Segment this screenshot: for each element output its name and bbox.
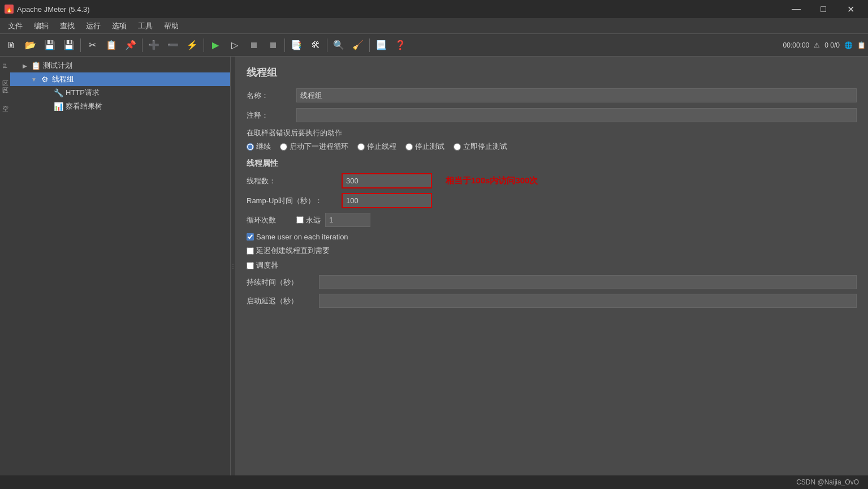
- tree-panel: ▶ 📋 测试计划 ▼ ⚙ 线程组 🔧 HTTP请求: [10, 57, 231, 475]
- annotation-text: 相当于100s内访问300次: [446, 175, 538, 186]
- menu-edit[interactable]: 编辑: [28, 19, 54, 33]
- start-delay-input[interactable]: [319, 294, 857, 308]
- same-user-label: Same user on each iteration: [256, 233, 348, 241]
- toolbar-stop[interactable]: ⏹: [245, 36, 263, 54]
- credit-text: CSDN @Naijia_OvO: [796, 478, 859, 486]
- duration-input[interactable]: [319, 275, 857, 289]
- toolbar-expand[interactable]: ➕: [145, 36, 163, 54]
- forever-checkbox[interactable]: [296, 216, 304, 224]
- toolbar-start[interactable]: ▶: [206, 36, 224, 54]
- app-icon: 🔥: [5, 5, 14, 14]
- test-plan-icon: 📋: [31, 61, 41, 70]
- scheduler-checkbox[interactable]: [247, 262, 254, 269]
- maximize-button[interactable]: □: [810, 0, 836, 18]
- tree-content: ▶ 📋 测试计划 ▼ ⚙ 线程组 🔧 HTTP请求: [10, 57, 230, 475]
- thread-count-row: 线程数： 相当于100s内访问300次: [247, 173, 857, 188]
- scheduler-label: 调度器: [256, 260, 278, 271]
- loop-row: 循环次数 永远: [247, 213, 857, 227]
- loop-input[interactable]: [325, 213, 370, 227]
- tree-item-result-tree[interactable]: 📊 察看结果树: [10, 100, 230, 113]
- result-label: 察看结果树: [66, 101, 102, 111]
- title-bar-left: 🔥 Apache JMeter (5.4.3): [5, 5, 90, 14]
- http-label: HTTP请求: [66, 88, 100, 98]
- delay-create-checkbox-label[interactable]: 延迟创建线程直到需要: [247, 246, 330, 256]
- delay-create-checkbox[interactable]: [247, 247, 254, 255]
- http-icon: 🔧: [53, 88, 63, 97]
- ramp-up-input[interactable]: [342, 193, 432, 208]
- app-title: Apache JMeter (5.4.3): [17, 5, 90, 14]
- loop-label: 循环次数: [247, 215, 292, 225]
- error-action-label: 在取样器错误后要执行的动作: [247, 128, 857, 138]
- toolbar-toggle[interactable]: ⚡: [183, 36, 201, 54]
- start-delay-row: 启动延迟（秒）: [247, 294, 857, 308]
- result-icon: 📊: [53, 102, 63, 111]
- thread-count-label: 线程数：: [247, 176, 337, 186]
- toolbar-sep-4: [284, 38, 285, 52]
- duration-row: 持续时间（秒）: [247, 275, 857, 289]
- thread-props-title: 线程属性: [247, 158, 857, 169]
- error-actions-group: 继续 启动下一进程循环 停止线程 停止测试 立即停止测试: [247, 141, 857, 152]
- tree-item-http-request[interactable]: 🔧 HTTP请求: [10, 86, 230, 100]
- thread-count-input[interactable]: [342, 173, 432, 188]
- toolbar-clear[interactable]: 🧹: [349, 36, 367, 54]
- toolbar-log[interactable]: 📃: [372, 36, 390, 54]
- toolbar-sep-5: [327, 38, 327, 52]
- toolbar-options[interactable]: 🛠: [306, 36, 325, 54]
- edge-label-1: nt: [2, 63, 8, 68]
- menu-help[interactable]: 帮助: [158, 19, 184, 33]
- toolbar-paste[interactable]: 📌: [122, 36, 140, 54]
- radio-continue[interactable]: 继续: [247, 141, 271, 152]
- delay-create-row: 延迟创建线程直到需要: [247, 246, 857, 256]
- comment-label: 注释：: [247, 110, 292, 121]
- forever-checkbox-label[interactable]: 永远: [296, 215, 321, 225]
- tree-item-thread-group[interactable]: ▼ ⚙ 线程组: [10, 72, 230, 86]
- title-bar: 🔥 Apache JMeter (5.4.3) — □ ✕: [0, 0, 868, 18]
- content-panel: 线程组 名称： 注释： 在取样器错误后要执行的动作 继续 启动下一进程循环 停止: [235, 57, 868, 475]
- radio-stop-test[interactable]: 停止测试: [405, 141, 444, 152]
- name-input[interactable]: [296, 88, 857, 102]
- toolbar-sep-2: [142, 38, 142, 52]
- toolbar-shutdown[interactable]: ⏹: [264, 36, 282, 54]
- toolbar-collapse[interactable]: ➖: [164, 36, 182, 54]
- delay-create-label: 延迟创建线程直到需要: [256, 246, 330, 256]
- same-user-checkbox-label[interactable]: Same user on each iteration: [247, 233, 348, 241]
- warning-icon: ⚠: [814, 41, 820, 49]
- scheduler-checkbox-label[interactable]: 调度器: [247, 260, 278, 271]
- toolbar-open[interactable]: 📂: [21, 36, 40, 54]
- menu-tools[interactable]: 工具: [132, 19, 158, 33]
- toolbar-start-no-pauses[interactable]: ▷: [226, 36, 244, 54]
- name-label: 名称：: [247, 91, 292, 101]
- toolbar-new[interactable]: 🗎: [2, 36, 20, 54]
- tree-item-test-plan[interactable]: ▶ 📋 测试计划: [10, 59, 230, 72]
- menu-options[interactable]: 选项: [106, 19, 132, 33]
- panel-divider[interactable]: ⋮: [231, 57, 235, 475]
- menu-file[interactable]: 文件: [2, 19, 28, 33]
- toolbar-sep-1: [80, 38, 81, 52]
- duration-label: 持续时间（秒）: [247, 277, 314, 288]
- toolbar-templates[interactable]: 📑: [287, 36, 305, 54]
- toolbar-sep-3: [204, 38, 204, 52]
- ramp-up-label: Ramp-Up时间（秒）：: [247, 196, 337, 206]
- radio-stop-thread[interactable]: 停止线程: [357, 141, 396, 152]
- toolbar-copy[interactable]: 📋: [102, 36, 120, 54]
- radio-start-next[interactable]: 启动下一进程循环: [280, 141, 348, 152]
- count-display: 0 0/0: [824, 41, 840, 49]
- left-edge: nt 区 区 C 空: [0, 57, 10, 475]
- comment-input[interactable]: [296, 108, 857, 122]
- name-row: 名称：: [247, 88, 857, 102]
- minimize-button[interactable]: —: [783, 0, 809, 18]
- close-button[interactable]: ✕: [837, 0, 863, 18]
- forever-label: 永远: [306, 215, 321, 225]
- toolbar-search[interactable]: 🔍: [330, 36, 348, 54]
- toolbar-save[interactable]: 💾: [60, 36, 78, 54]
- menu-run[interactable]: 运行: [80, 19, 106, 33]
- menu-find[interactable]: 查找: [54, 19, 80, 33]
- timer-display: 00:00:00: [783, 41, 810, 49]
- same-user-checkbox[interactable]: [247, 233, 254, 241]
- toolbar-help[interactable]: ❓: [391, 36, 409, 54]
- toolbar-save-template[interactable]: 💾: [41, 36, 59, 54]
- radio-stop-test-now[interactable]: 立即停止测试: [454, 141, 507, 152]
- toolbar-cut[interactable]: ✂: [83, 36, 101, 54]
- thread-group-label: 线程组: [52, 74, 74, 84]
- section-title: 线程组: [247, 66, 857, 79]
